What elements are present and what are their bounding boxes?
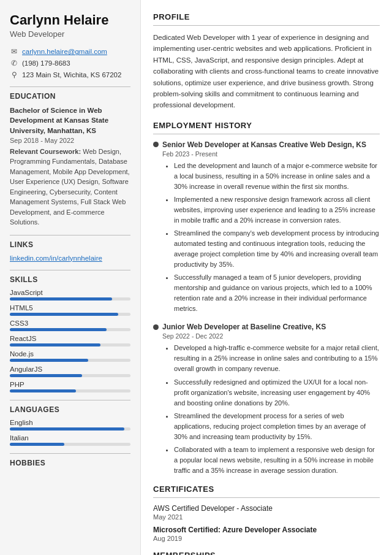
education-degree: Bachelor of Science in Web Development a…	[10, 105, 130, 135]
divider-education	[10, 86, 130, 87]
job-dates: Feb 2023 - Present	[162, 150, 380, 158]
language-item: English	[10, 419, 130, 431]
language-label: Italian	[10, 434, 130, 442]
contact-address-row: ⚲ 123 Main St, Wichita, KS 67202	[10, 71, 130, 79]
skill-bar-fill	[10, 343, 100, 346]
skill-label: CSS3	[10, 320, 130, 327]
certificates-title: CERTIFICATES	[153, 484, 380, 494]
linkedin-link[interactable]: linkedin.com/in/carlynnhelaire	[10, 255, 102, 262]
coursework-label: Relevant Coursework:	[10, 148, 81, 155]
employment-title: EMPLOYMENT HISTORY	[153, 121, 380, 130]
job-dates: Sep 2022 - Dec 2022	[162, 332, 380, 340]
skill-bar-fill	[10, 389, 76, 392]
contact-email-row: ✉ carlynn.helaire@gmail.com	[10, 47, 130, 56]
bullet-item: Successfully managed a team of 5 junior …	[174, 272, 380, 314]
profile-section: PROFILE Dedicated Web Developer with 1 y…	[153, 12, 380, 111]
skill-bar-fill	[10, 313, 118, 316]
certificate-item: AWS Certified Developer - Associate May …	[153, 504, 380, 521]
skill-item: ReactJS	[10, 335, 130, 346]
candidate-name: Carlynn Helaire	[10, 12, 130, 28]
skill-bar-fill	[10, 374, 82, 377]
bullet-item: Developed a high-traffic e-commerce webs…	[174, 343, 380, 374]
divider-hobbies	[10, 453, 130, 454]
bullet-item: Successfully redesigned and optimized th…	[174, 377, 380, 408]
coursework-text: Web Design, Programming Fundamentals, Da…	[10, 148, 130, 226]
skill-bar-bg	[10, 374, 130, 377]
certificates-section: CERTIFICATES AWS Certified Developer - A…	[153, 484, 380, 542]
memberships-section: MEMBERSHIPS International Web Associatio…	[153, 551, 380, 555]
skill-item: PHP	[10, 381, 130, 392]
skill-label: JavaScript	[10, 289, 130, 296]
bullet-item: Streamlined the development process for …	[174, 411, 380, 442]
skill-bar-bg	[10, 343, 130, 346]
skill-label: ReactJS	[10, 335, 130, 342]
skill-bar-bg	[10, 389, 130, 392]
language-item: Italian	[10, 434, 130, 446]
skill-item: Node.js	[10, 350, 130, 362]
divider-links	[10, 235, 130, 235]
skill-item: AngularJS	[10, 366, 130, 377]
divider-skills	[10, 270, 130, 270]
email-icon: ✉	[10, 47, 18, 56]
skill-item: CSS3	[10, 320, 130, 331]
language-bar-fill	[10, 443, 64, 446]
skill-bar-bg	[10, 297, 130, 300]
job-entry: Senior Web Developer at Kansas Creative …	[153, 140, 380, 315]
links-section-title: LINKS	[10, 240, 130, 249]
job-entry: Junior Web Developer at Baseline Creativ…	[153, 323, 380, 476]
language-bar-fill	[10, 427, 124, 431]
bullet-item: Collaborated with a team to implement a …	[174, 445, 380, 476]
location-icon: ⚲	[10, 71, 18, 79]
profile-title: PROFILE	[153, 12, 380, 21]
languages-list: English Italian	[10, 419, 130, 446]
skill-label: Node.js	[10, 350, 130, 358]
profile-divider	[153, 25, 380, 26]
phone-icon: ✆	[10, 59, 18, 67]
bullet-item: Implemented a new responsive design fram…	[174, 194, 380, 226]
jobs-list: Senior Web Developer at Kansas Creative …	[153, 140, 380, 476]
hobbies-section-title: HOBBIES	[10, 459, 130, 467]
skill-bar-bg	[10, 328, 130, 331]
memberships-title: MEMBERSHIPS	[153, 551, 380, 555]
job-bullets: Developed a high-traffic e-commerce webs…	[165, 343, 380, 476]
job-title: Senior Web Developer at Kansas Creative …	[153, 140, 380, 149]
certificates-divider	[153, 497, 380, 498]
cert-name: AWS Certified Developer - Associate	[153, 504, 273, 513]
certificate-item: Microsoft Certified: Azure Developer Ass…	[153, 526, 380, 542]
cert-date: Aug 2019	[153, 535, 380, 542]
contact-phone-row: ✆ (198) 179-8683	[10, 59, 130, 67]
skill-label: PHP	[10, 381, 130, 388]
cert-name: Microsoft Certified: Azure Developer Ass…	[153, 526, 317, 534]
education-section-title: EDUCATION	[10, 92, 130, 101]
job-dot	[153, 142, 159, 147]
language-bar-bg	[10, 427, 130, 431]
employment-section: EMPLOYMENT HISTORY Senior Web Developer …	[153, 121, 380, 476]
skill-bar-bg	[10, 359, 130, 362]
job-title: Junior Web Developer at Baseline Creativ…	[153, 323, 380, 331]
skill-label: AngularJS	[10, 366, 130, 373]
skill-item: HTML5	[10, 304, 130, 316]
education-coursework: Relevant Coursework: Web Design, Program…	[10, 147, 130, 228]
cert-date: May 2021	[153, 513, 380, 521]
certificates-list: AWS Certified Developer - Associate May …	[153, 504, 380, 542]
language-bar-bg	[10, 443, 130, 446]
divider-languages	[10, 400, 130, 400]
sidebar: Carlynn Helaire Web Developer ✉ carlynn.…	[0, 0, 141, 555]
email-link[interactable]: carlynn.helaire@gmail.com	[22, 48, 107, 55]
skill-bar-fill	[10, 328, 107, 331]
address-text: 123 Main St, Wichita, KS 67202	[22, 71, 121, 78]
employment-divider	[153, 134, 380, 134]
links-list: linkedin.com/in/carlynnhelaire	[10, 254, 130, 262]
profile-text: Dedicated Web Developer with 1 year of e…	[153, 32, 380, 111]
bullet-item: Streamlined the company's web developmen…	[174, 228, 380, 270]
bullet-item: Led the development and launch of a majo…	[174, 161, 380, 192]
job-dot	[153, 324, 159, 330]
skill-bar-fill	[10, 297, 112, 300]
skill-label: HTML5	[10, 304, 130, 312]
language-label: English	[10, 419, 130, 426]
skills-list: JavaScript HTML5 CSS3 ReactJS Node.js An…	[10, 289, 130, 392]
job-bullets: Led the development and launch of a majo…	[165, 161, 380, 315]
skills-section-title: SKILLS	[10, 275, 130, 284]
phone-text: (198) 179-8683	[22, 59, 70, 67]
education-dates: Sep 2018 - May 2022	[10, 137, 130, 144]
